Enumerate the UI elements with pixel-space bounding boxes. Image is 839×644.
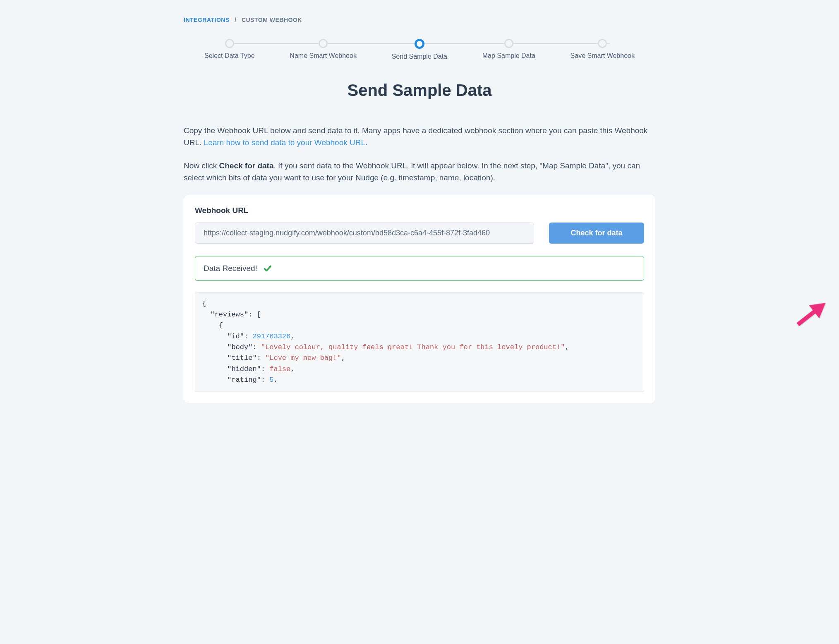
breadcrumb-root-link[interactable]: INTEGRATIONS bbox=[184, 17, 230, 23]
data-received-banner: Data Received! bbox=[195, 256, 644, 281]
breadcrumb: INTEGRATIONS / CUSTOM WEBHOOK bbox=[184, 17, 655, 23]
page-title: Send Sample Data bbox=[184, 81, 655, 100]
banner-text: Data Received! bbox=[204, 264, 257, 273]
webhook-url-input[interactable] bbox=[195, 223, 534, 244]
arrow-annotation-icon bbox=[786, 290, 836, 339]
step-label: Save Smart Webhook bbox=[571, 52, 635, 60]
step-label: Select Data Type bbox=[204, 52, 255, 60]
stepper: Select Data TypeName Smart WebhookSend S… bbox=[204, 39, 635, 60]
step-save-smart-webhook[interactable]: Save Smart Webhook bbox=[571, 39, 635, 60]
intro-p2-pre: Now click bbox=[184, 161, 219, 170]
step-send-sample-data[interactable]: Send Sample Data bbox=[392, 39, 447, 60]
step-select-data-type[interactable]: Select Data Type bbox=[204, 39, 255, 60]
step-name-smart-webhook[interactable]: Name Smart Webhook bbox=[290, 39, 357, 60]
intro-p2-strong: Check for data bbox=[219, 161, 274, 170]
learn-link[interactable]: Learn how to send data to your Webhook U… bbox=[204, 138, 365, 147]
checkmark-icon bbox=[263, 264, 272, 273]
check-for-data-button[interactable]: Check for data bbox=[549, 223, 644, 244]
intro-p1-post: . bbox=[365, 138, 367, 147]
step-label: Send Sample Data bbox=[392, 53, 447, 60]
step-label: Name Smart Webhook bbox=[290, 52, 357, 60]
intro-text: Copy the Webhook URL below and send data… bbox=[184, 124, 655, 184]
step-circle-icon bbox=[504, 39, 513, 48]
webhook-card: Webhook URL Check for data Data Received… bbox=[184, 195, 655, 403]
step-map-sample-data[interactable]: Map Sample Data bbox=[482, 39, 535, 60]
step-circle-icon bbox=[598, 39, 607, 48]
step-circle-icon bbox=[319, 39, 328, 48]
breadcrumb-current: CUSTOM WEBHOOK bbox=[242, 17, 302, 23]
step-label: Map Sample Data bbox=[482, 52, 535, 60]
step-circle-icon bbox=[225, 39, 234, 48]
breadcrumb-separator: / bbox=[235, 17, 236, 23]
webhook-url-label: Webhook URL bbox=[195, 206, 644, 215]
json-sample-block[interactable]: { "reviews": [ { "id": 291763326, "body"… bbox=[195, 292, 644, 392]
step-circle-icon bbox=[415, 39, 424, 49]
